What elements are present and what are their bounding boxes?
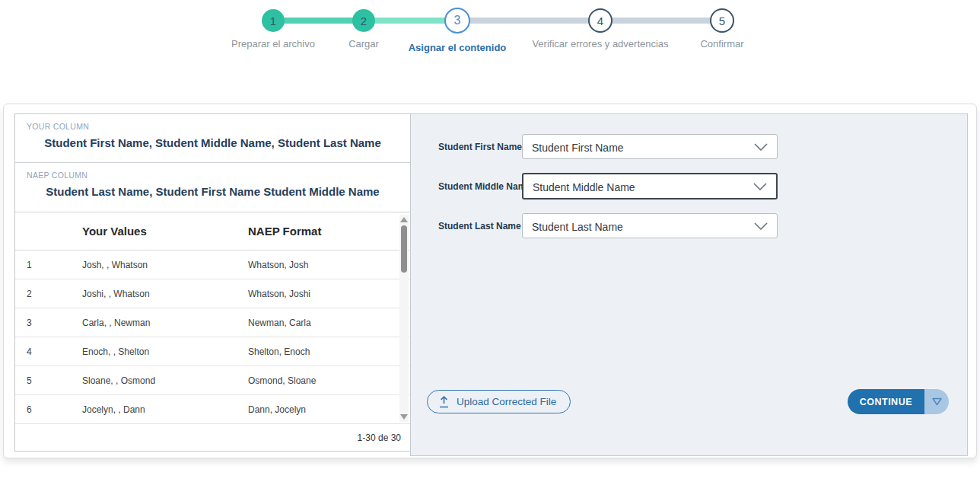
table-row: 1 Josh, , Whatson Whatson, Josh	[15, 251, 410, 279]
dropdown-student-last-name[interactable]: Student Last Name	[522, 213, 778, 238]
naep-column-label: NAEP COLUMN	[27, 171, 399, 180]
naep-format-cell: Whatson, Josh	[248, 260, 308, 270]
values-table-header: Your Values NAEP Format	[15, 212, 410, 251]
step-3-label: Asignar el contenido	[409, 42, 507, 53]
stepper-connector-4	[601, 18, 722, 24]
table-footer: 1-30 de 30	[15, 424, 410, 451]
naep-format-cell: Osmond, Sloane	[248, 375, 316, 386]
field-row-student-middle-name: Student Middle Name Student Middle Name	[411, 174, 967, 199]
your-values-header: Your Values	[82, 225, 147, 238]
naep-format-cell: Newman, Carla	[248, 318, 311, 328]
step-1-label: Preparar el archivo	[231, 38, 315, 49]
naep-column-section: NAEP COLUMN Student Last Name, Student F…	[15, 163, 410, 212]
dropdown-selected-value: Student Last Name	[532, 220, 623, 232]
continue-split-button: CONTINUE	[848, 389, 949, 414]
table-row: 2 Joshi, , Whatson Whatson, Joshi	[15, 279, 410, 308]
your-value-cell: Joshi, , Whatson	[82, 289, 150, 299]
scrollbar-thumb[interactable]	[401, 225, 407, 273]
field-label-student-first-name: Student First Name	[438, 142, 522, 152]
step-3-circle[interactable]: 3	[444, 8, 470, 34]
table-row: 6 Jocelyn, , Dann Dann, Jocelyn	[15, 395, 410, 424]
upload-icon	[438, 396, 450, 408]
your-column-value: Student First Name, Student Middle Name,…	[27, 136, 399, 149]
stepper-connector-2	[364, 18, 457, 24]
step-1-circle[interactable]: 1	[262, 9, 285, 32]
wizard-stepper: 1 Preparar el archivo 2 Cargar 3 Asignar…	[0, 0, 980, 69]
pagination-label: 1-30 de 30	[358, 433, 401, 443]
chevron-down-icon	[754, 143, 768, 151]
dropdown-student-first-name[interactable]: Student First Name	[522, 134, 778, 159]
chevron-down-icon	[754, 222, 768, 230]
step-4-circle[interactable]: 4	[588, 8, 612, 33]
naep-format-cell: Whatson, Joshi	[248, 289, 310, 299]
row-number: 4	[27, 346, 32, 357]
dropdown-student-middle-name[interactable]: Student Middle Name	[522, 173, 778, 200]
table-scrollbar[interactable]	[399, 215, 409, 422]
your-column-section: YOUR COLUMN Student First Name, Student …	[15, 114, 410, 163]
row-number: 3	[27, 318, 32, 328]
naep-format-cell: Dann, Jocelyn	[248, 404, 306, 415]
scroll-up-icon[interactable]	[400, 217, 408, 222]
scroll-down-icon[interactable]	[400, 414, 408, 420]
your-value-cell: Enoch, , Shelton	[82, 346, 149, 357]
stepper-connector-3	[459, 18, 600, 24]
row-number: 5	[27, 375, 32, 386]
row-number: 1	[27, 260, 32, 270]
your-value-cell: Jocelyn, , Dann	[82, 404, 145, 415]
stepper-connector-1	[274, 18, 364, 24]
assign-content-card: YOUR COLUMN Student First Name, Student …	[3, 104, 977, 458]
dropdown-selected-value: Student Middle Name	[533, 180, 635, 193]
continue-dropdown-toggle[interactable]	[924, 389, 949, 414]
step-5-circle[interactable]: 5	[710, 8, 734, 33]
row-number: 2	[27, 289, 32, 299]
field-assignment-panel: Student First Name Student First Name St…	[410, 113, 968, 456]
step-2-label: Cargar	[348, 38, 379, 49]
naep-column-value: Student Last Name, Student First Name St…	[27, 185, 399, 198]
field-row-student-first-name: Student First Name Student First Name	[411, 134, 967, 159]
table-row: 4 Enoch, , Shelton Shelton, Enoch	[15, 337, 410, 366]
continue-button[interactable]: CONTINUE	[848, 389, 924, 414]
dropdown-selected-value: Student First Name	[532, 141, 624, 153]
your-column-label: YOUR COLUMN	[27, 122, 399, 131]
values-table: Your Values NAEP Format 1 Josh, , Whatso…	[15, 212, 410, 424]
your-value-cell: Josh, , Whatson	[82, 260, 148, 270]
row-number: 6	[27, 404, 32, 415]
chevron-down-icon	[753, 183, 767, 190]
field-label-student-last-name: Student Last Name	[438, 221, 521, 231]
naep-format-cell: Shelton, Enoch	[248, 346, 310, 357]
table-row: 3 Carla, , Newman Newman, Carla	[15, 308, 410, 337]
your-value-cell: Sloane, , Osmond	[82, 375, 155, 386]
your-value-cell: Carla, , Newman	[82, 318, 150, 328]
field-label-student-middle-name: Student Middle Name	[438, 181, 531, 192]
step-4-label: Verificar errores y advertencias	[532, 38, 668, 49]
table-row: 5 Sloane, , Osmond Osmond, Sloane	[15, 366, 410, 395]
naep-format-header: NAEP Format	[248, 225, 321, 238]
upload-corrected-file-button[interactable]: Upload Corrected File	[427, 390, 571, 413]
field-row-student-last-name: Student Last Name Student Last Name	[411, 213, 967, 238]
triangle-down-icon	[931, 397, 943, 406]
upload-button-label: Upload Corrected File	[457, 396, 556, 407]
step-5-label: Confirmar	[700, 38, 743, 49]
step-2-circle[interactable]: 2	[352, 9, 375, 32]
column-mapping-panel: YOUR COLUMN Student First Name, Student …	[14, 113, 411, 452]
